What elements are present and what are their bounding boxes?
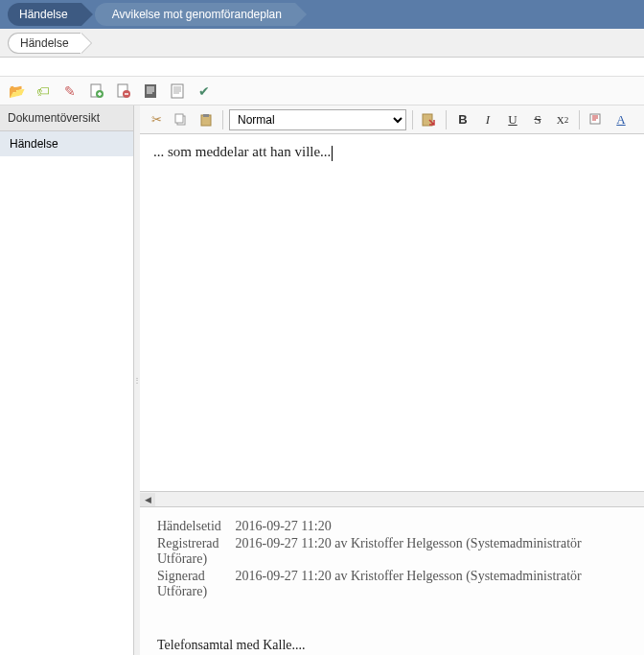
strikethrough-button[interactable]: S	[527, 109, 548, 130]
page-remove-icon[interactable]	[115, 82, 132, 100]
top-breadcrumb: Händelse Avvikelse mot genomförandeplan	[0, 0, 644, 29]
font-color-button[interactable]: A	[610, 109, 632, 130]
folder-open-icon[interactable]: 📂	[8, 82, 25, 100]
underline-button[interactable]: U	[502, 109, 523, 130]
sidebar-item-label: Händelse	[10, 137, 58, 151]
edit-icon[interactable]: ✎	[61, 82, 79, 100]
paste-icon[interactable]	[196, 109, 217, 130]
meta-label-handelsetid: Händelsetid	[157, 519, 232, 534]
sub-breadcrumb-label: Händelse	[20, 36, 69, 50]
meta-row-signerad: Signerad 2016-09-27 11:20 av Kristoffer …	[157, 569, 627, 599]
meta-row-handelsetid: Händelsetid 2016-09-27 11:20	[157, 519, 627, 534]
svg-rect-10	[423, 114, 432, 126]
text-cursor	[332, 146, 333, 161]
style-select[interactable]: Normal	[229, 109, 406, 130]
sidebar-item-handelse[interactable]: Händelse	[0, 131, 133, 156]
metadata-panel: Händelsetid 2016-09-27 11:20 Registrerad…	[140, 506, 644, 655]
paste-special-icon[interactable]	[419, 109, 440, 130]
svg-rect-9	[203, 114, 209, 117]
sub-breadcrumb-handelse[interactable]: Händelse	[8, 33, 80, 54]
copy-icon[interactable]	[171, 109, 192, 130]
italic-button[interactable]: I	[477, 109, 498, 130]
main-area: Dokumentöversikt Händelse ⋮ ✂ Normal	[0, 105, 644, 655]
sidebar: Dokumentöversikt Händelse	[0, 105, 134, 655]
toolbar-separator-2	[412, 110, 413, 129]
horizontal-scrollbar[interactable]: ◀	[140, 491, 644, 506]
scroll-left-arrow-icon[interactable]: ◀	[140, 493, 155, 506]
meta-row-registrerad: Registrerad 2016-09-27 11:20 av Kristoff…	[157, 536, 627, 567]
meta-value-handelsetid: 2016-09-27 11:20	[236, 519, 332, 533]
content-area: ✂ Normal B I U S X2 A	[140, 105, 644, 655]
toolbar-separator	[222, 110, 223, 129]
blank-row	[0, 58, 644, 77]
sub-breadcrumb: Händelse	[0, 29, 644, 58]
svg-rect-7	[175, 114, 183, 123]
spellcheck-icon[interactable]: ✔	[196, 82, 213, 100]
toolbar-separator-3	[446, 110, 447, 129]
superscript-button[interactable]: X2	[552, 109, 573, 130]
editor-body[interactable]: ... som meddelar att han ville...	[140, 134, 644, 491]
breadcrumb-avvikelse[interactable]: Avvikelse mot genomförandeplan	[95, 3, 295, 26]
meta-label-registrerad: Registrerad	[157, 536, 232, 551]
page-add-icon[interactable]	[88, 82, 105, 100]
breadcrumb-secondary-label: Avvikelse mot genomförandeplan	[112, 8, 282, 21]
tag-icon[interactable]: 🏷	[34, 82, 52, 100]
sidebar-header: Dokumentöversikt	[0, 105, 133, 131]
meta-label-signerad: Signerad	[157, 569, 232, 584]
toolbar-separator-4	[579, 110, 580, 129]
note-text: Telefonsamtal med Kalle....	[157, 638, 627, 653]
bold-button[interactable]: B	[452, 109, 473, 130]
editor-text: ... som meddelar att han ville...	[153, 144, 331, 159]
cut-icon[interactable]: ✂	[146, 109, 167, 130]
highlight-icon[interactable]	[586, 109, 607, 130]
breadcrumb-primary-label: Händelse	[19, 8, 68, 21]
breadcrumb-handelse[interactable]: Händelse	[8, 3, 81, 26]
document-dark-icon[interactable]	[142, 82, 159, 100]
document-light-icon[interactable]	[169, 82, 186, 100]
sidebar-list: Händelse	[0, 131, 133, 655]
main-toolbar: 📂 🏷 ✎ ✔	[0, 77, 644, 105]
editor-toolbar: ✂ Normal B I U S X2 A	[140, 105, 644, 134]
